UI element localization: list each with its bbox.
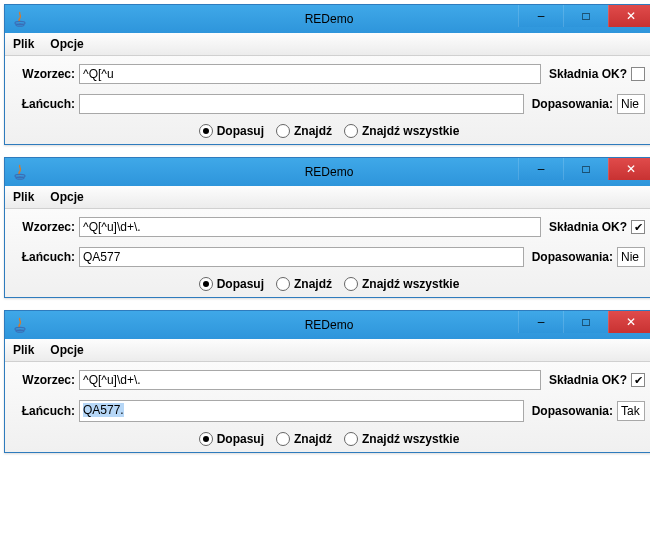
radio-dot-icon — [203, 281, 209, 287]
matches-output — [617, 94, 645, 114]
minimize-button[interactable]: – — [518, 311, 563, 333]
syntax-ok-checkbox[interactable] — [631, 67, 645, 81]
maximize-button[interactable]: □ — [563, 5, 608, 27]
matches-label: Dopasowania: — [532, 250, 613, 264]
radio-find[interactable]: Znajdź — [276, 277, 332, 291]
matches-label: Dopasowania: — [532, 97, 613, 111]
mode-radio-group: DopasujZnajdźZnajdź wszystkie — [13, 432, 645, 446]
match-highlight: QA577. — [83, 403, 124, 417]
radio-icon — [276, 277, 290, 291]
matches-output — [617, 247, 645, 267]
radio-match-label: Dopasuj — [217, 432, 264, 446]
string-input[interactable]: QA577. — [79, 400, 524, 422]
radio-find[interactable]: Znajdź — [276, 432, 332, 446]
menubar: PlikOpcje — [5, 33, 650, 56]
min-icon: – — [538, 9, 545, 23]
close-button[interactable]: ✕ — [608, 311, 650, 333]
window-controls: –□✕ — [518, 311, 650, 339]
radio-find-all[interactable]: Znajdź wszystkie — [344, 277, 459, 291]
window-controls: –□✕ — [518, 5, 650, 33]
check-icon: ✔ — [634, 375, 643, 386]
client-area: Wzorzec:Składnia OK?Łańcuch:Dopasowania:… — [5, 56, 650, 144]
matches-label: Dopasowania: — [532, 404, 613, 418]
radio-find-all-label: Znajdź wszystkie — [362, 432, 459, 446]
java-icon — [12, 317, 28, 333]
syntax-ok-checkbox[interactable]: ✔ — [631, 373, 645, 387]
menu-file[interactable]: Plik — [9, 36, 38, 52]
close-button[interactable]: ✕ — [608, 158, 650, 180]
close-icon: ✕ — [626, 9, 636, 23]
min-icon: – — [538, 162, 545, 176]
pattern-label: Wzorzec: — [13, 67, 79, 81]
radio-match-label: Dopasuj — [217, 124, 264, 138]
menu-options[interactable]: Opcje — [46, 189, 87, 205]
pattern-input[interactable] — [79, 64, 541, 84]
radio-icon — [344, 432, 358, 446]
menu-file[interactable]: Plik — [9, 342, 38, 358]
syntax-ok-checkbox[interactable]: ✔ — [631, 220, 645, 234]
radio-match-label: Dopasuj — [217, 277, 264, 291]
menu-options[interactable]: Opcje — [46, 36, 87, 52]
radio-icon — [199, 432, 213, 446]
client-area: Wzorzec:Składnia OK?✔Łańcuch:QA577.Dopas… — [5, 362, 650, 452]
close-icon: ✕ — [626, 315, 636, 329]
app-window: REDemo–□✕PlikOpcjeWzorzec:Składnia OK?✔Ł… — [4, 310, 650, 453]
pattern-row: Wzorzec:Składnia OK? — [13, 64, 645, 84]
radio-dot-icon — [203, 128, 209, 134]
menu-options[interactable]: Opcje — [46, 342, 87, 358]
syntax-ok-label: Składnia OK? — [549, 67, 627, 81]
string-input[interactable] — [79, 94, 524, 114]
syntax-ok-label: Składnia OK? — [549, 220, 627, 234]
radio-match[interactable]: Dopasuj — [199, 124, 264, 138]
radio-icon — [276, 432, 290, 446]
menubar: PlikOpcje — [5, 186, 650, 209]
syntax-ok-label: Składnia OK? — [549, 373, 627, 387]
minimize-button[interactable]: – — [518, 5, 563, 27]
pattern-label: Wzorzec: — [13, 220, 79, 234]
java-icon — [12, 11, 28, 27]
app-window: REDemo–□✕PlikOpcjeWzorzec:Składnia OK?Ła… — [4, 4, 650, 145]
radio-icon — [199, 277, 213, 291]
mode-radio-group: DopasujZnajdźZnajdź wszystkie — [13, 124, 645, 138]
java-icon — [12, 164, 28, 180]
minimize-button[interactable]: – — [518, 158, 563, 180]
close-icon: ✕ — [626, 162, 636, 176]
maximize-button[interactable]: □ — [563, 158, 608, 180]
radio-find-all[interactable]: Znajdź wszystkie — [344, 432, 459, 446]
string-label: Łańcuch: — [13, 250, 79, 264]
radio-find-all-label: Znajdź wszystkie — [362, 124, 459, 138]
mode-radio-group: DopasujZnajdźZnajdź wszystkie — [13, 277, 645, 291]
radio-icon — [344, 124, 358, 138]
radio-icon — [199, 124, 213, 138]
radio-icon — [276, 124, 290, 138]
radio-match[interactable]: Dopasuj — [199, 277, 264, 291]
client-area: Wzorzec:Składnia OK?✔Łańcuch:Dopasowania… — [5, 209, 650, 297]
radio-dot-icon — [203, 436, 209, 442]
radio-icon — [344, 277, 358, 291]
window-controls: –□✕ — [518, 158, 650, 186]
titlebar: REDemo–□✕ — [5, 5, 650, 33]
radio-find-all-label: Znajdź wszystkie — [362, 277, 459, 291]
radio-find-label: Znajdź — [294, 124, 332, 138]
string-label: Łańcuch: — [13, 97, 79, 111]
menu-file[interactable]: Plik — [9, 189, 38, 205]
titlebar: REDemo–□✕ — [5, 158, 650, 186]
max-icon: □ — [582, 162, 589, 176]
pattern-input[interactable] — [79, 370, 541, 390]
pattern-row: Wzorzec:Składnia OK?✔ — [13, 217, 645, 237]
min-icon: – — [538, 315, 545, 329]
titlebar: REDemo–□✕ — [5, 311, 650, 339]
radio-find-label: Znajdź — [294, 277, 332, 291]
pattern-label: Wzorzec: — [13, 373, 79, 387]
radio-find-all[interactable]: Znajdź wszystkie — [344, 124, 459, 138]
radio-find[interactable]: Znajdź — [276, 124, 332, 138]
radio-match[interactable]: Dopasuj — [199, 432, 264, 446]
close-button[interactable]: ✕ — [608, 5, 650, 27]
maximize-button[interactable]: □ — [563, 311, 608, 333]
string-row: Łańcuch:Dopasowania: — [13, 94, 645, 114]
pattern-input[interactable] — [79, 217, 541, 237]
string-input[interactable] — [79, 247, 524, 267]
menubar: PlikOpcje — [5, 339, 650, 362]
max-icon: □ — [582, 315, 589, 329]
app-window: REDemo–□✕PlikOpcjeWzorzec:Składnia OK?✔Ł… — [4, 157, 650, 298]
